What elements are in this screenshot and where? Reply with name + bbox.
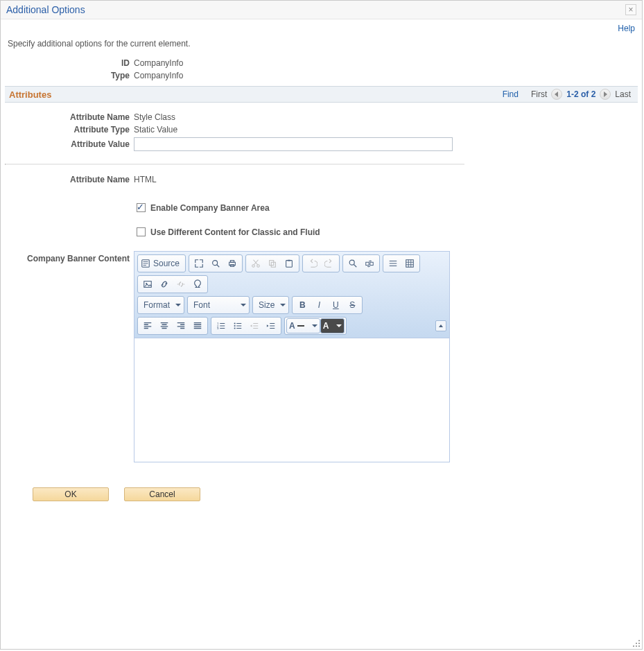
attr2-name-label: Attribute Name — [5, 175, 130, 184]
pager-prev-button[interactable] — [551, 89, 562, 100]
font-combo[interactable]: Font — [187, 296, 250, 314]
attr1-name-value: Style Class — [134, 112, 464, 122]
editor-source-button[interactable]: Source — [139, 256, 184, 271]
unlink-icon — [176, 279, 186, 289]
redo-icon — [324, 259, 334, 268]
svg-point-27 — [636, 645, 637, 647]
help-row: Help — [1, 19, 642, 33]
bg-color-button[interactable]: A — [320, 318, 345, 333]
banner-content-editor: Source — [134, 251, 450, 462]
size-combo[interactable]: Size — [252, 296, 289, 314]
omega-icon — [193, 279, 202, 289]
svg-point-1 — [213, 261, 218, 266]
numbered-list-icon: 123 — [216, 321, 226, 331]
paste-button[interactable] — [281, 256, 297, 271]
redo-button[interactable] — [321, 256, 338, 271]
undo-button[interactable] — [304, 256, 321, 271]
paste-icon — [284, 259, 294, 268]
align-justify-icon — [193, 321, 202, 331]
align-left-button[interactable] — [139, 318, 156, 333]
pager-next-button[interactable] — [600, 89, 611, 100]
attr1-type-label: Attribute Type — [5, 125, 130, 134]
attr1-type-value: Static Value — [134, 125, 464, 134]
print-button[interactable] — [224, 256, 241, 271]
attr1-value-input[interactable] — [134, 137, 453, 151]
align-center-button[interactable] — [156, 318, 173, 333]
svg-point-21 — [234, 325, 236, 327]
search-icon — [348, 259, 358, 268]
align-justify-button[interactable] — [189, 318, 206, 333]
additional-options-dialog: Additional Options × Help Specify additi… — [0, 0, 643, 650]
align-right-button[interactable] — [173, 318, 189, 333]
svg-rect-3 — [230, 261, 234, 263]
bullet-list-button[interactable] — [229, 318, 246, 333]
enable-banner-label: Enable Company Banner Area — [150, 203, 270, 213]
pager-first: First — [531, 89, 547, 99]
help-link[interactable]: Help — [618, 24, 635, 33]
italic-button[interactable]: I — [311, 297, 327, 313]
attribute-row-2: Attribute Name HTML Enable Company Banne… — [5, 165, 464, 475]
dialog-content: Specify additional options for the curre… — [1, 33, 642, 515]
dialog-title: Additional Options — [6, 4, 85, 15]
svg-point-25 — [638, 645, 640, 647]
attributes-title: Attributes — [9, 89, 51, 100]
element-info-grid: ID CompanyInfo Type CompanyInfo — [5, 58, 638, 80]
type-value: CompanyInfo — [134, 71, 638, 80]
different-content-label: Use Different Content for Classic and Fl… — [150, 227, 320, 237]
replace-icon — [365, 259, 374, 268]
image-button[interactable] — [139, 277, 156, 292]
attr1-value-label: Attribute Value — [5, 139, 130, 149]
image-icon — [143, 279, 153, 289]
instruction-text: Specify additional options for the curre… — [8, 39, 638, 49]
cancel-button[interactable]: Cancel — [124, 487, 200, 501]
editor-body[interactable] — [134, 338, 449, 462]
cut-icon — [251, 259, 261, 268]
cut-button[interactable] — [247, 256, 264, 271]
resize-grip-icon — [632, 639, 641, 648]
align-center-icon — [159, 321, 169, 331]
pager-last: Last — [615, 89, 631, 99]
close-button[interactable]: × — [625, 4, 636, 15]
id-label: ID — [5, 58, 130, 68]
svg-point-23 — [638, 640, 640, 641]
pager-range[interactable]: 1-2 of 2 — [566, 89, 595, 99]
svg-point-22 — [234, 327, 236, 329]
collapse-toolbar-button[interactable] — [435, 320, 446, 331]
remove-format-button[interactable] — [385, 256, 401, 271]
indent-icon — [266, 321, 276, 331]
copy-icon — [268, 259, 277, 268]
indent-button[interactable] — [263, 318, 279, 333]
format-combo[interactable]: Format — [137, 296, 184, 314]
bullet-list-icon — [233, 321, 243, 331]
undo-icon — [308, 259, 317, 268]
outdent-button[interactable] — [246, 318, 263, 333]
strike-button[interactable]: S — [344, 297, 360, 313]
link-button[interactable] — [156, 277, 173, 292]
bold-button[interactable]: B — [294, 297, 311, 313]
find-button[interactable] — [345, 256, 361, 271]
replace-button[interactable] — [361, 256, 378, 271]
numbered-list-button[interactable]: 123 — [213, 318, 229, 333]
text-color-button[interactable]: A — [286, 318, 320, 333]
ok-button[interactable]: OK — [33, 487, 109, 501]
svg-text:3: 3 — [217, 327, 219, 330]
id-value: CompanyInfo — [134, 58, 638, 68]
maximize-button[interactable] — [191, 256, 207, 271]
svg-point-28 — [633, 645, 634, 647]
table-button[interactable] — [401, 256, 418, 271]
attributes-header: Attributes Find First 1-2 of 2 Last — [5, 86, 638, 103]
banner-content-label: Company Banner Content — [5, 251, 130, 263]
attr1-name-label: Attribute Name — [5, 112, 130, 122]
enable-banner-checkbox[interactable] — [137, 203, 146, 212]
maximize-icon — [194, 259, 204, 268]
find-link[interactable]: Find — [503, 89, 519, 99]
preview-button[interactable] — [207, 256, 224, 271]
svg-point-24 — [638, 643, 640, 644]
copy-button[interactable] — [264, 256, 281, 271]
different-content-checkbox[interactable] — [137, 227, 146, 236]
unlink-button[interactable] — [173, 277, 189, 292]
resize-grip[interactable] — [632, 639, 641, 648]
underline-button[interactable]: U — [327, 297, 344, 313]
outdent-icon — [250, 321, 259, 331]
special-char-button[interactable] — [189, 277, 206, 292]
